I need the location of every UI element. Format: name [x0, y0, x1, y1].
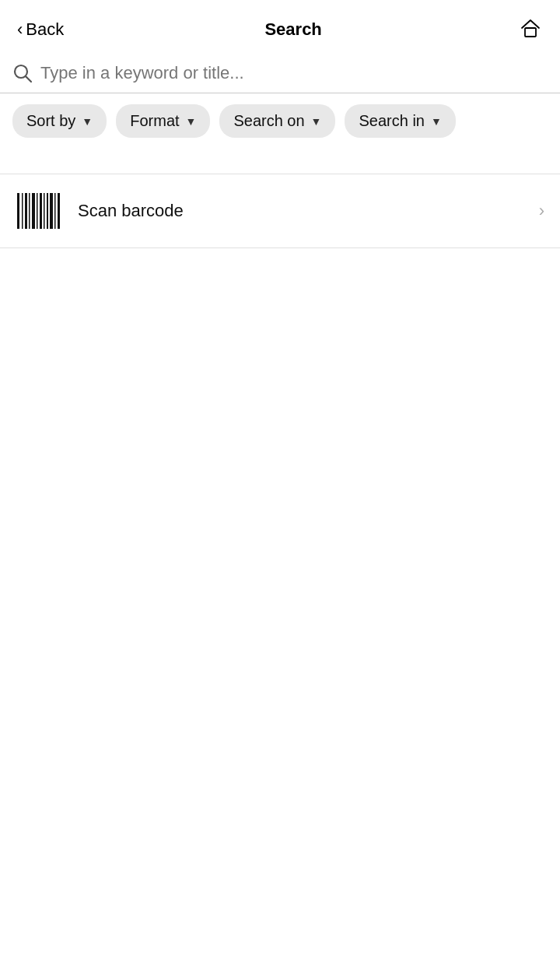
back-chevron-icon: ‹	[17, 21, 23, 38]
svg-rect-4	[22, 193, 23, 229]
filter-row: Sort by ▼ Format ▼ Search on ▼ Search in…	[0, 104, 560, 150]
search-bar	[12, 63, 548, 93]
page-title: Search	[70, 19, 516, 40]
svg-rect-8	[37, 193, 38, 229]
scan-barcode-chevron-icon: ›	[539, 201, 544, 221]
sort-by-label: Sort by	[26, 112, 75, 130]
search-on-chevron-icon: ▼	[311, 115, 322, 128]
scan-barcode-label: Scan barcode	[78, 201, 539, 221]
home-icon	[520, 17, 541, 39]
svg-rect-3	[17, 193, 19, 229]
nav-bar: ‹ Back Search	[0, 0, 560, 55]
svg-rect-6	[29, 193, 30, 229]
format-chevron-icon: ▼	[186, 115, 197, 128]
search-in-label: Search in	[359, 112, 425, 130]
format-label: Format	[130, 112, 179, 130]
svg-rect-11	[47, 193, 48, 229]
svg-rect-9	[40, 193, 42, 229]
barcode-icon	[16, 191, 62, 230]
svg-rect-12	[50, 193, 53, 229]
search-in-button[interactable]: Search in ▼	[345, 104, 455, 138]
svg-rect-10	[44, 193, 45, 229]
search-on-label: Search on	[233, 112, 304, 130]
sort-by-button[interactable]: Sort by ▼	[12, 104, 107, 138]
svg-rect-5	[25, 193, 27, 229]
svg-rect-0	[525, 28, 536, 37]
search-in-chevron-icon: ▼	[431, 115, 442, 128]
search-icon	[12, 63, 33, 83]
svg-rect-14	[58, 193, 60, 229]
back-label: Back	[26, 19, 64, 40]
svg-rect-7	[32, 193, 35, 229]
svg-point-1	[15, 65, 27, 78]
sort-by-chevron-icon: ▼	[82, 115, 93, 128]
back-button[interactable]: ‹ Back	[11, 16, 70, 43]
search-bar-container	[0, 55, 560, 93]
search-input[interactable]	[40, 63, 548, 83]
svg-line-2	[26, 77, 32, 83]
format-button[interactable]: Format ▼	[116, 104, 210, 138]
home-button[interactable]	[516, 14, 544, 44]
scan-barcode-row[interactable]: Scan barcode ›	[0, 174, 560, 248]
search-on-button[interactable]: Search on ▼	[219, 104, 335, 138]
svg-rect-13	[54, 193, 56, 229]
